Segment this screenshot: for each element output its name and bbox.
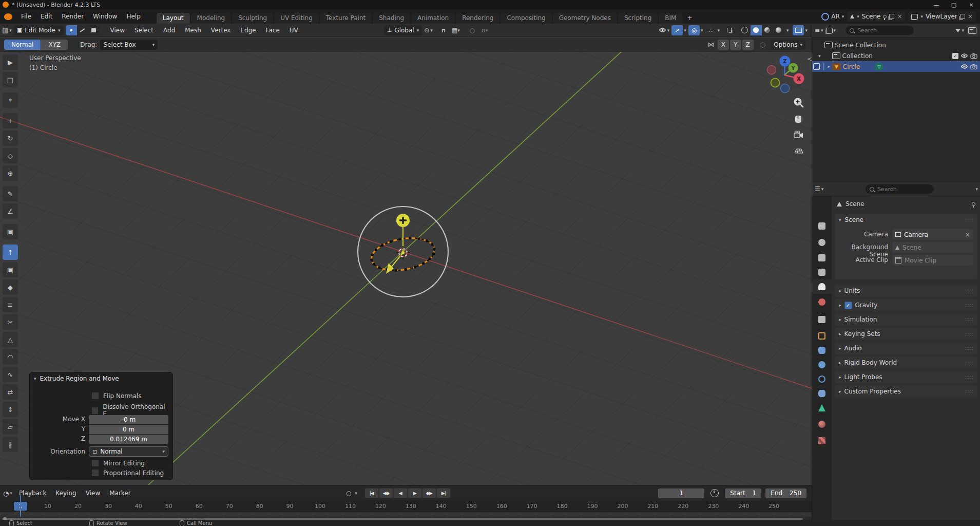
outliner-row-circle[interactable]: │ ▾ ▼ Circle ▽ bbox=[812, 61, 980, 72]
mode-dropdown[interactable]: ▣ Edit Mode ▾ bbox=[14, 25, 64, 35]
tool-measure-button[interactable]: ∠ bbox=[3, 203, 18, 219]
outliner-filter-mode-dropdown[interactable]: ▾ bbox=[826, 28, 836, 33]
mesh-edit-overlay-dropdown[interactable]: ▾ bbox=[717, 28, 720, 33]
properties-editor-type-button[interactable]: ☰ ▾ bbox=[815, 185, 823, 193]
proportional-falloff-dropdown[interactable]: ∩▾ bbox=[479, 25, 490, 35]
panel-gravity[interactable]: ▸✓Gravity:::: bbox=[835, 299, 977, 311]
tool-edge-slide-button[interactable]: ⇄ bbox=[3, 384, 18, 400]
properties-tab-texture[interactable] bbox=[812, 434, 832, 448]
tab-compositing[interactable]: Compositing bbox=[501, 13, 551, 24]
properties-tab-collection[interactable] bbox=[812, 312, 832, 327]
mirror-editing-row[interactable]: Mirror Editing bbox=[91, 459, 145, 467]
mesh-vertex[interactable] bbox=[390, 240, 392, 243]
frame-end-field[interactable]: End 250 bbox=[765, 489, 806, 498]
disable-render-camera-icon[interactable] bbox=[970, 64, 977, 69]
pan-view-button[interactable] bbox=[795, 116, 801, 123]
tool-shear-button[interactable]: ▱ bbox=[3, 419, 18, 435]
snap-with-dropdown[interactable]: ▦▾ bbox=[450, 25, 462, 35]
gravity-checkbox[interactable]: ✓ bbox=[844, 302, 852, 309]
maximize-button[interactable]: ▢ bbox=[945, 2, 963, 8]
tab-sculpting[interactable]: Sculpting bbox=[232, 13, 273, 24]
mesh-vertex[interactable] bbox=[429, 257, 431, 260]
mirror-axis-y-button[interactable]: Y bbox=[730, 40, 741, 50]
outliner-search[interactable] bbox=[846, 26, 914, 35]
tool-shrink-fatten-button[interactable]: ↕ bbox=[3, 402, 18, 417]
drag-handle-icon[interactable]: :::: bbox=[965, 389, 973, 394]
mesh-vertex[interactable] bbox=[405, 268, 407, 271]
viewport-menu-vertex[interactable]: Vertex bbox=[206, 27, 236, 34]
hide-eye-icon[interactable] bbox=[960, 64, 968, 69]
camera-view-button[interactable] bbox=[794, 131, 803, 138]
minimize-button[interactable]: — bbox=[928, 2, 945, 8]
active-clip-field[interactable]: Movie Clip bbox=[892, 255, 973, 266]
close-icon[interactable]: × bbox=[965, 231, 970, 238]
panel-simulation[interactable]: ▸Simulation:::: bbox=[835, 313, 977, 326]
frame-tick-10[interactable]: 10 bbox=[39, 503, 56, 510]
mesh-vertex[interactable] bbox=[431, 243, 433, 246]
mirror-editing-checkbox[interactable] bbox=[91, 459, 99, 467]
properties-tab-world[interactable] bbox=[812, 295, 832, 309]
properties-tab-physics[interactable] bbox=[812, 372, 832, 386]
mesh-vertex[interactable] bbox=[378, 266, 380, 269]
options-dropdown[interactable]: Options ▾ bbox=[771, 40, 805, 50]
mesh-vertex[interactable] bbox=[414, 266, 416, 268]
tool-extrude-region-button[interactable]: ↑ bbox=[3, 245, 18, 260]
shading-dropdown[interactable]: ▾ bbox=[786, 28, 789, 33]
viewport-menu-select[interactable]: Select bbox=[130, 27, 158, 34]
tool-rotate-button[interactable]: ↻ bbox=[3, 130, 18, 146]
shading-rendered-button[interactable] bbox=[773, 25, 784, 35]
panel-custom-properties[interactable]: ▸Custom Properties:::: bbox=[835, 385, 977, 398]
shading-solid-button[interactable] bbox=[751, 25, 762, 35]
playhead-line[interactable] bbox=[20, 495, 21, 517]
properties-options-dropdown[interactable]: ▾ bbox=[975, 186, 978, 192]
tool-smooth-button[interactable]: ∿ bbox=[3, 367, 18, 382]
hide-eye-icon[interactable] bbox=[960, 53, 968, 59]
close-icon[interactable]: × bbox=[897, 13, 902, 20]
properties-tab-object[interactable] bbox=[812, 329, 832, 343]
tab-bim[interactable]: BIM bbox=[659, 13, 682, 24]
properties-tab-output[interactable] bbox=[812, 251, 832, 265]
frame-tick-90[interactable]: 90 bbox=[281, 503, 299, 510]
xray-toggle[interactable] bbox=[724, 25, 735, 35]
timeline-menu-marker[interactable]: Marker bbox=[105, 490, 135, 497]
frame-tick-210[interactable]: 210 bbox=[644, 503, 662, 510]
timeline-track-band[interactable] bbox=[0, 512, 812, 517]
normal-tab-button[interactable]: Normal bbox=[4, 40, 41, 50]
frame-tick-150[interactable]: 150 bbox=[463, 503, 480, 510]
frame-tick-170[interactable]: 170 bbox=[523, 503, 541, 510]
mesh-vertex[interactable] bbox=[375, 249, 377, 251]
drag-handle-icon[interactable]: :::: bbox=[965, 288, 973, 293]
frame-tick-70[interactable]: 70 bbox=[221, 503, 238, 510]
dissolve-checkbox[interactable] bbox=[91, 407, 99, 415]
drag-handle-icon[interactable]: :::: bbox=[965, 317, 973, 322]
timeline-menu-view[interactable]: View bbox=[81, 490, 105, 497]
panel-keying-sets[interactable]: ▸Keying Sets:::: bbox=[835, 328, 977, 340]
frame-tick-140[interactable]: 140 bbox=[432, 503, 450, 510]
proportional-editing-row[interactable]: Proportional Editing bbox=[91, 469, 164, 477]
transform-orientation-dropdown[interactable]: ⊥ Global ▾ bbox=[384, 25, 422, 35]
tool-annotate-button[interactable]: ✎ bbox=[3, 186, 18, 201]
frame-tick-50[interactable]: 50 bbox=[160, 503, 178, 510]
drag-handle-icon[interactable]: :::: bbox=[965, 331, 973, 336]
tool-move-button[interactable]: + bbox=[3, 113, 18, 128]
snap-base-icon[interactable]: ◌ bbox=[760, 41, 765, 48]
tab-rendering[interactable]: Rendering bbox=[456, 13, 499, 24]
move-z-field[interactable]: 0.012469 m bbox=[89, 435, 168, 444]
playback-sync-toggle[interactable]: ○ bbox=[343, 488, 354, 498]
mesh-vertex[interactable] bbox=[381, 244, 383, 247]
tool-knife-button[interactable]: ✂ bbox=[3, 314, 18, 330]
drag-handle-icon[interactable]: :::: bbox=[965, 360, 973, 365]
drag-handle-icon[interactable]: :::: bbox=[965, 303, 973, 308]
mesh-vertex[interactable] bbox=[399, 238, 401, 240]
close-icon[interactable]: × bbox=[968, 13, 973, 20]
mesh-vertex[interactable] bbox=[433, 248, 435, 250]
outliner-display-mode-dropdown[interactable]: ≡ ▾ bbox=[815, 27, 823, 34]
tool-spin-button[interactable]: ◠ bbox=[3, 349, 18, 365]
tool-cursor-button[interactable]: ⌖ bbox=[3, 92, 18, 108]
panel-rigid-body-world[interactable]: ▸Rigid Body World:::: bbox=[835, 356, 977, 369]
menu-window[interactable]: Window bbox=[88, 13, 122, 20]
mirror-axis-z-button[interactable]: Z bbox=[742, 40, 754, 50]
new-collection-button[interactable] bbox=[967, 25, 978, 35]
show-overlays-toggle[interactable]: ◎ bbox=[688, 25, 700, 35]
mesh-vertex[interactable] bbox=[432, 252, 435, 255]
